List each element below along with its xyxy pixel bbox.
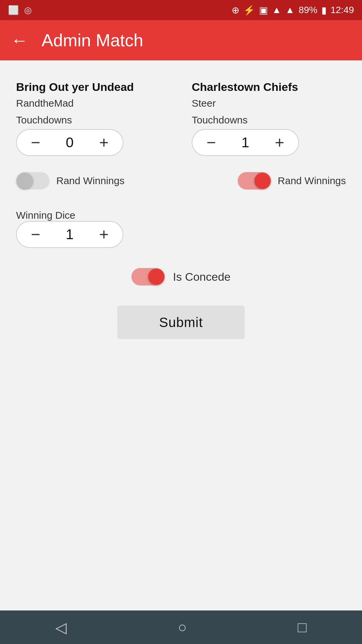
winning-dice-increment[interactable]: + <box>95 225 113 244</box>
signal-icon: ▲ <box>285 5 295 15</box>
team1-rand-winnings-group: Rand Winnings <box>16 172 124 190</box>
nav-back-icon[interactable]: ◁ <box>55 619 67 636</box>
team2-touchdowns-stepper: − 1 + <box>192 129 299 156</box>
concede-row: Is Concede <box>16 268 346 285</box>
main-content: Bring Out yer Undead RandtheMad Touchdow… <box>0 60 362 355</box>
bluetooth-icon: ⚡ <box>243 5 255 16</box>
team1-rand-winnings-label: Rand Winnings <box>56 175 124 186</box>
status-bar: ⬜ ◎ ⊕ ⚡ ▣ ▲ ▲ 89% ▮ 12:49 <box>0 0 362 20</box>
team1-touchdowns-stepper: − 0 + <box>16 129 123 156</box>
bottom-nav-bar: ◁ ○ □ <box>0 610 362 644</box>
team1-rand-winnings-toggle[interactable] <box>16 172 50 190</box>
team1-section: Bring Out yer Undead RandtheMad Touchdow… <box>16 80 170 156</box>
nav-recent-icon[interactable]: □ <box>298 619 307 636</box>
vibrate-icon: ▣ <box>259 5 268 16</box>
teams-row: Bring Out yer Undead RandtheMad Touchdow… <box>16 80 346 156</box>
concede-knob <box>148 269 164 285</box>
rand-winnings-row: Rand Winnings Rand Winnings <box>16 172 346 190</box>
winning-dice-section: Winning Dice − 1 + <box>16 210 346 248</box>
battery-pct: 89% <box>299 5 317 15</box>
team2-coach: Steer <box>192 98 216 109</box>
battery-icon: ▮ <box>321 5 326 16</box>
winning-dice-decrement[interactable]: − <box>26 225 45 244</box>
team1-touchdowns-decrement[interactable]: − <box>26 133 45 152</box>
back-button[interactable]: ← <box>11 32 28 49</box>
team2-touchdowns-value: 1 <box>233 135 258 151</box>
focus-icon: ⊕ <box>232 5 239 16</box>
team2-rand-winnings-group: Rand Winnings <box>238 172 346 190</box>
team1-touchdowns-value: 0 <box>57 135 82 151</box>
team2-rand-winnings-toggle[interactable] <box>238 172 271 190</box>
team2-touchdowns-increment[interactable]: + <box>270 133 289 152</box>
concede-toggle[interactable] <box>131 268 165 285</box>
team2-name: Charlestown Chiefs <box>192 80 298 94</box>
nav-home-icon[interactable]: ○ <box>178 619 187 636</box>
status-icons-left: ⬜ ◎ <box>8 5 32 15</box>
team2-section: Charlestown Chiefs Steer Touchdowns − 1 … <box>192 80 346 156</box>
photo-icon: ⬜ <box>8 5 19 15</box>
team1-touchdowns-increment[interactable]: + <box>95 133 113 152</box>
team2-rand-winnings-label: Rand Winnings <box>278 175 346 186</box>
team2-rand-winnings-knob <box>254 173 270 189</box>
team2-touchdowns-label: Touchdowns <box>192 114 248 126</box>
winning-dice-label: Winning Dice <box>16 210 75 221</box>
status-icons-right: ⊕ ⚡ ▣ ▲ ▲ 89% ▮ 12:49 <box>232 5 354 16</box>
concede-label: Is Concede <box>173 270 231 283</box>
team2-touchdowns-decrement[interactable]: − <box>202 133 221 152</box>
winning-dice-stepper: − 1 + <box>16 221 123 248</box>
team1-coach: RandtheMad <box>16 98 74 109</box>
wifi-icon: ▲ <box>272 5 281 15</box>
team1-touchdowns-label: Touchdowns <box>16 114 72 126</box>
submit-button[interactable]: Submit <box>117 306 245 339</box>
clock: 12:49 <box>330 5 354 15</box>
winning-dice-value: 1 <box>57 226 82 243</box>
spinner-icon: ◎ <box>24 5 32 15</box>
top-bar: ← Admin Match <box>0 20 362 60</box>
page-title: Admin Match <box>42 30 143 50</box>
team1-rand-winnings-knob <box>17 173 33 189</box>
team1-name: Bring Out yer Undead <box>16 80 134 94</box>
